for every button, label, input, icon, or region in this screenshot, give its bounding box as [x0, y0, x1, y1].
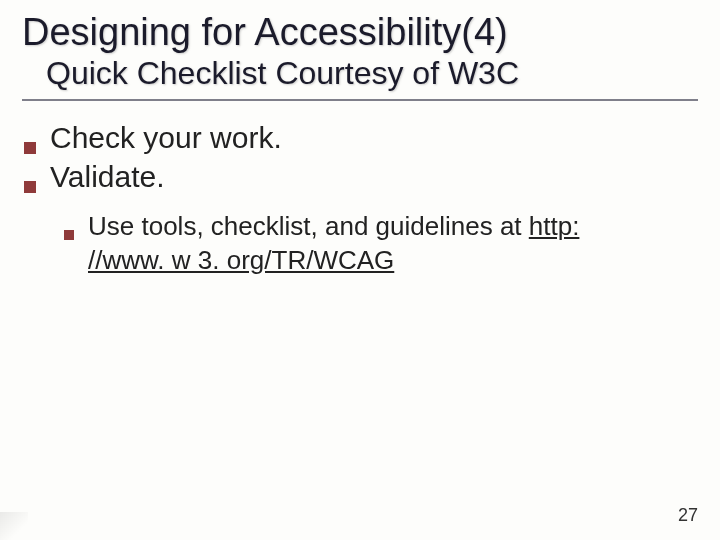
title-divider [22, 99, 698, 101]
square-bullet-icon [64, 230, 74, 240]
bullet-text: Check your work. [50, 119, 282, 157]
slide: Designing for Accessibility(4) Quick Che… [0, 0, 720, 540]
bullet-level2: Use tools, checklist, and guidelines at … [64, 210, 698, 278]
slide-body: Check your work. Validate. Use tools, ch… [22, 119, 698, 278]
page-number: 27 [678, 505, 698, 526]
bullet-text: Use tools, checklist, and guidelines at … [88, 210, 648, 278]
slide-title: Designing for Accessibility(4) [22, 12, 698, 54]
square-bullet-icon [24, 181, 36, 193]
bullet-level1: Check your work. [24, 119, 698, 157]
sub-bullet-pretext: Use tools, checklist, and guidelines at [88, 211, 529, 241]
square-bullet-icon [24, 142, 36, 154]
bullet-text: Validate. [50, 158, 165, 196]
corner-decoration [0, 512, 28, 540]
bullet-level1: Validate. [24, 158, 698, 196]
slide-subtitle: Quick Checklist Courtesy of W3C [46, 56, 698, 91]
